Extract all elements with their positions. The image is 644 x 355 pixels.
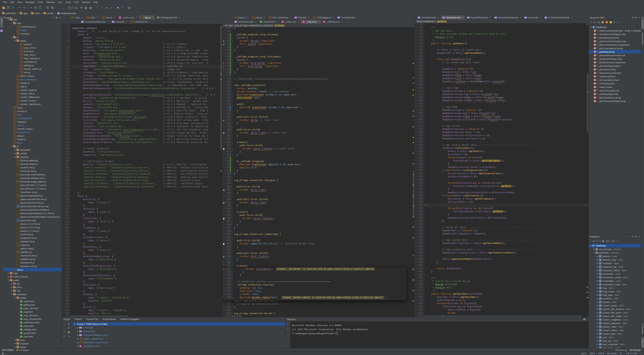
menu-item-edit[interactable]: Edit — [8, 0, 16, 5]
project-tree-row[interactable]: ▶pnotify — [3, 152, 62, 155]
collapsed-arrow-icon[interactable]: ▶ — [596, 336, 599, 338]
collapsed-arrow-icon[interactable]: ▶ — [596, 343, 599, 345]
undo-icon[interactable]: ↶ — [18, 6, 22, 10]
database-tree-row[interactable]: ▶▦system_kills_factions: table — [589, 307, 641, 311]
project-tree-row[interactable]: JSbootstrap-confirmation.js — [3, 173, 62, 176]
menu-item-help[interactable]: Help — [92, 0, 100, 5]
editor-pane-right[interactable]: phpUserModel.php✕phpMapModel.php✕phpSyst… — [414, 16, 588, 317]
project-tree-row[interactable]: JSTweenLite.min.js — [3, 254, 62, 257]
collapsed-arrow-icon[interactable]: ▶ — [14, 346, 16, 348]
collapsed-arrow-icon[interactable]: ▶ — [14, 343, 16, 344]
project-tree-row[interactable]: ▶datatables — [3, 148, 62, 152]
todo-file-row[interactable]: ▶phpCcpSystemsMapper.php — [72, 333, 285, 337]
database-tree-row[interactable]: ▶▦alliance_map: table — [589, 258, 641, 261]
expanded-arrow-icon[interactable]: ▼ — [7, 19, 10, 21]
close-tab-icon[interactable]: ✕ — [247, 17, 248, 19]
todo-file-row[interactable]: ▶phpcortex.php — [72, 326, 285, 329]
project-tree-row[interactable]: ▼map — [3, 21, 62, 25]
collapsed-arrow-icon[interactable]: ▶ — [76, 345, 79, 347]
database-tree-row[interactable]: ▶▦corporation: table — [589, 279, 641, 283]
breadcrumb-chip[interactable]: \Model\MapModel — [415, 20, 436, 23]
forward-icon[interactable]: → — [61, 6, 66, 10]
horizontal-scrollbar[interactable] — [424, 315, 582, 317]
database-tree-row[interactable]: ▶▦user: table — [589, 335, 641, 339]
collapsed-arrow-icon[interactable]: ▶ — [596, 329, 599, 331]
structure-method-row[interactable]: mhasAccess(user):bool — [589, 71, 641, 75]
database-tree-row[interactable]: ▶▦system_kills_pods: table — [589, 311, 641, 314]
expanded-arrow-icon[interactable]: ▼ — [590, 26, 592, 28]
add-datasource-icon[interactable]: + — [590, 240, 591, 242]
project-tree-row[interactable]: JSbootbox.min.js — [3, 166, 62, 169]
collapsed-arrow-icon[interactable]: ▶ — [596, 312, 599, 313]
project-tree-row[interactable]: ▶tooltip — [3, 345, 62, 348]
ddl-console-icon[interactable]: DDL — [611, 240, 615, 242]
project-tree-row[interactable]: JSbootstrap-image-gallery.js — [3, 180, 62, 183]
editor-tab-map.js[interactable]: JSmap.js✕ — [250, 16, 267, 20]
vertical-scrollbar[interactable] — [587, 74, 588, 132]
close-tab-icon[interactable]: ✕ — [341, 21, 342, 23]
collapsed-arrow-icon[interactable]: ▶ — [76, 342, 79, 343]
previous-todo-icon[interactable]: ↑ — [64, 322, 65, 325]
editor-tab-_landing.scss[interactable]: S_landing.scss✕ — [321, 20, 344, 24]
project-tree-row[interactable]: ▼dialog — [3, 39, 62, 43]
sort-alpha-icon[interactable]: ⇅ — [590, 21, 592, 24]
project-tree-row[interactable]: JSjquery.fullscreen.min.js — [3, 201, 62, 204]
breadcrumb-chip[interactable]: getData — [436, 20, 447, 23]
editor-tab-Map.php[interactable]: phpMap.php✕ — [293, 16, 311, 20]
close-tab-icon[interactable]: ✕ — [152, 17, 154, 19]
database-tree-row[interactable]: ▶▦alliance: table — [589, 254, 641, 258]
todo-file-row[interactable]: ▶JSdataTables.responsive.js — [72, 340, 285, 344]
database-tree-row[interactable]: ▶▦system_signature: table — [589, 321, 641, 325]
editor-tab-landingpage.js[interactable]: JSlandingpage.js✕ — [311, 16, 336, 20]
structure-method-row[interactable]: misAlliance():bool — [589, 75, 641, 78]
collapsed-arrow-icon[interactable]: ▶ — [596, 340, 599, 342]
project-tree-row[interactable]: JSlandingpage.js — [3, 116, 62, 120]
project-tree-row[interactable]: JStrust.js — [3, 71, 62, 74]
compare-icon[interactable]: ⇄ — [104, 6, 109, 10]
sync-db-icon[interactable]: ⟳ — [596, 240, 598, 242]
preview-icon[interactable]: ▭ — [63, 335, 65, 337]
todo-file-row[interactable]: ▶phpschema.php — [72, 329, 285, 333]
structure-method-row[interactable]: mgetUsers():array — [589, 68, 641, 71]
project-tree-row[interactable]: JSEasePack.min.js — [3, 190, 62, 194]
structure-method-row[interactable]: mgetSystemData():array — [589, 57, 641, 61]
terminal-output[interactable]: Microsoft Windows [Version 6.3.9600](c) … — [290, 321, 588, 348]
collapse-all-icon[interactable]: ⇵ — [68, 327, 70, 329]
database-tree-row[interactable]: ▼DBPathfinder — [589, 244, 641, 247]
close-tab-icon[interactable]: ✕ — [276, 21, 278, 23]
structure-method-row[interactable]: mgetCharactersData():array — [589, 99, 641, 103]
project-tree-row[interactable]: JSsystem_killboard.js — [3, 95, 62, 99]
editor-pane-middle[interactable]: JSpage.js✕JSmap.js✕JSform_element.js✕php… — [222, 16, 414, 317]
collapsed-arrow-icon[interactable]: ▶ — [7, 276, 10, 277]
structure-method-row[interactable]: mgetCharacters():array — [589, 96, 641, 99]
project-tree-row[interactable]: JSblueimp-gallery.js — [3, 159, 62, 162]
project-tree-row[interactable]: JSmap.js — [3, 28, 62, 32]
editor-tab-MapModel.php[interactable]: phpMapModel.php✕ — [441, 16, 465, 20]
close-tab-icon[interactable]: ✕ — [462, 17, 464, 19]
collapsed-arrow-icon[interactable]: ▶ — [10, 283, 13, 284]
project-tree-row[interactable]: JSselect2.min.js — [3, 247, 62, 250]
project-tree-row[interactable]: JSdemo_map.js — [3, 74, 62, 78]
structure-method-row[interactable]: mgetConnections():array|mixed — [589, 43, 641, 47]
show-inherited-icon[interactable]: i — [602, 21, 604, 24]
find-icon[interactable] — [45, 6, 50, 10]
editor-tab-Controller.php[interactable]: phpController.php✕ — [336, 16, 360, 20]
database-tree-row[interactable]: ▶▦system_static: table — [589, 325, 641, 328]
project-tree-row[interactable]: JSccp.js — [3, 106, 62, 109]
terminal-new-session-icon[interactable]: + — [287, 323, 288, 326]
editor-tab-ConnectionModel.php[interactable]: phpConnectionModel.php✕ — [543, 16, 574, 20]
breadcrumb-item-MapModel.php[interactable]: phpMapModel.php — [57, 12, 76, 15]
collapsed-arrow-icon[interactable]: ▶ — [14, 339, 16, 341]
expanded-arrow-icon[interactable]: ▼ — [10, 22, 13, 24]
plugins-icon[interactable]: ▦ — [127, 6, 132, 10]
todo-file-row[interactable]: ▶JSsystem_signature.js — [72, 337, 285, 340]
project-tree-row[interactable]: 5map_info.html — [3, 314, 62, 317]
database-tree-row[interactable]: ▶▦system_type: table — [589, 332, 641, 335]
toolwindow-button-remote-host[interactable]: Remote Host — [641, 31, 644, 46]
close-tab-icon[interactable]: ✕ — [136, 17, 137, 19]
close-tab-icon[interactable]: ✕ — [126, 21, 127, 23]
database-tree-row[interactable]: ▶▦system: table — [589, 300, 641, 304]
synchronize-icon[interactable]: ⟳ — [10, 6, 15, 10]
database-tree-row[interactable]: ▶▦character: table — [589, 261, 641, 265]
vertical-scrollbar[interactable] — [413, 170, 414, 218]
